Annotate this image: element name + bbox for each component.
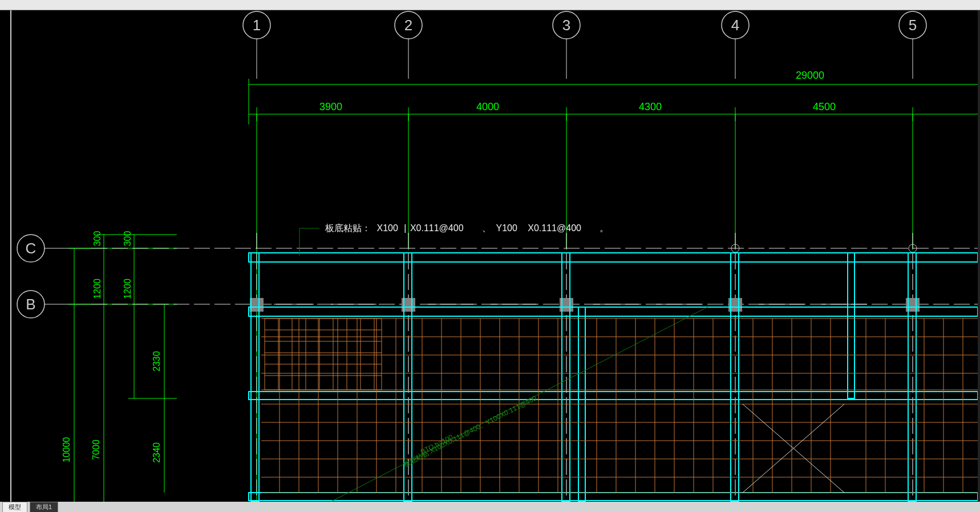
svg-text:板底粘贴：
        X100
        |
 : 板底粘贴： X100 | X0.111@400 、 Y100 X0.111@40… — [325, 223, 609, 233]
beam-outlines — [249, 253, 978, 502]
svg-rect-64 — [848, 253, 855, 398]
dim-300b: 300 — [123, 231, 132, 247]
row-grid-bubbles: C B — [17, 235, 91, 318]
annot-xspec: X0.111@400 — [410, 223, 464, 233]
svg-rect-61 — [731, 253, 739, 502]
slab-annotation: 板底粘贴： X100 | X0.111@400 、 Y100 X0.111@40… — [299, 223, 609, 256]
svg-rect-62 — [908, 253, 916, 502]
rebar-dense-bay1 — [265, 319, 382, 390]
annot-yspec: X0.111@400 — [528, 223, 581, 233]
tab-model[interactable]: 模型 — [2, 502, 27, 513]
dim-4500: 4500 — [813, 101, 836, 112]
annot-prefix: 板底粘贴： — [325, 223, 371, 233]
annot-dot: 。 — [600, 223, 609, 233]
grid-label-1: 1 — [253, 17, 261, 34]
dim-1200b: 1200 — [123, 279, 132, 299]
dim-7000: 7000 — [91, 440, 101, 460]
status-bar: 模型 布局1 — [0, 502, 980, 512]
dim-300a: 300 — [92, 231, 102, 247]
annot-x100: X100 — [376, 223, 398, 233]
grid-label-5: 5 — [909, 17, 917, 34]
dim-10000: 10000 — [62, 437, 71, 463]
dim-spans: 3900 4000 4300 4500 — [249, 101, 978, 121]
svg-rect-60 — [562, 253, 570, 502]
tab-layout1[interactable]: 布局1 — [30, 502, 58, 513]
svg-rect-56 — [249, 392, 978, 400]
dim-top-overall: 29000 — [249, 70, 978, 124]
grid-label-2: 2 — [404, 17, 412, 34]
slab-rebar-grids — [261, 319, 978, 493]
grid-label-3: 3 — [562, 17, 570, 34]
grid-label-B: B — [26, 296, 35, 313]
svg-rect-47 — [250, 298, 264, 312]
svg-rect-54 — [249, 253, 978, 262]
cad-canvas[interactable]: 1 2 3 4 5 C B 29 — [11, 10, 978, 502]
drawing-svg[interactable]: 1 2 3 4 5 C B 29 — [11, 10, 978, 502]
vertical-scrollbar[interactable] — [978, 10, 980, 502]
dim-3900: 3900 — [319, 101, 342, 112]
x-brace — [743, 404, 844, 493]
grid-label-C: C — [26, 240, 37, 257]
axis-lines — [91, 233, 978, 502]
dim-left-vertical: 10000 7000 300 300 1200 1200 2330 2340 — [62, 231, 177, 502]
dim-29000: 29000 — [796, 70, 824, 81]
annot-y100: Y100 — [496, 223, 517, 233]
annot-sep: 、 — [482, 223, 491, 233]
svg-rect-65 — [265, 319, 382, 390]
dim-4300: 4300 — [639, 101, 662, 112]
top-toolbar — [0, 0, 980, 10]
grid-label-4: 4 — [731, 17, 739, 34]
dim-1200a: 1200 — [92, 279, 102, 299]
svg-rect-55 — [249, 307, 978, 316]
dim-4000: 4000 — [476, 101, 499, 112]
rebar-grid-wide — [261, 319, 978, 493]
dim-2330: 2330 — [152, 351, 161, 372]
svg-rect-58 — [251, 253, 259, 502]
dim-2340: 2340 — [152, 442, 161, 463]
column-markers — [250, 244, 920, 312]
column-grid-bubbles: 1 2 3 4 5 — [243, 11, 926, 79]
svg-rect-57 — [249, 493, 978, 501]
